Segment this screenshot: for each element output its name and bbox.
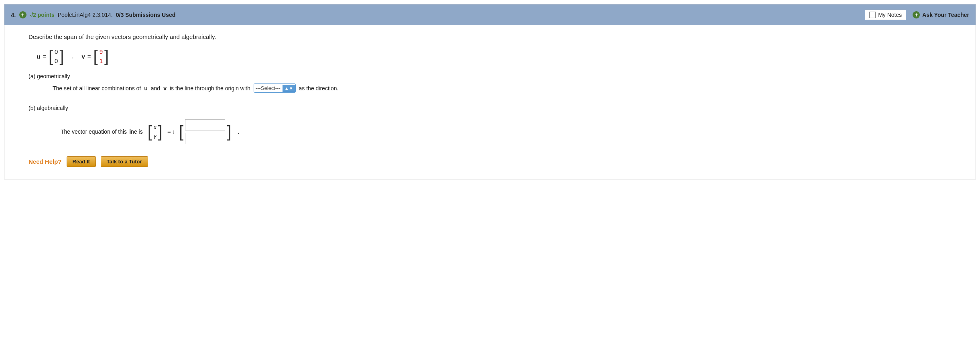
part-b-label: (b) algebraically [28,105,964,111]
question-body: Describe the span of the given vectors g… [4,25,976,179]
part-a-text1: The set of all linear combinations of [53,85,141,92]
select-chevron-icon: ▲▼ [283,85,295,92]
part-a-v: v [163,85,167,92]
input-bracket-left: [ [179,124,183,140]
x-value: x [154,124,157,130]
v-val2: 1 [100,57,103,65]
u-val2: 0 [55,57,58,65]
problem-id: PooleLinAlg4 2.3.014. [58,12,113,18]
v-equals: = [87,53,91,60]
u-bracket-left: [ [49,48,53,64]
vector-u-expr: u = [ 0 0 ] [37,47,64,65]
part-a-text2: and [151,85,160,92]
xy-bracket-right: ] [158,124,163,140]
part-a-label: (a) geometrically [28,73,964,79]
v-bracket-left: [ [94,48,98,64]
input-bracket-right: ] [227,124,231,140]
plus-icon: + [19,11,26,18]
comma-separator: , [72,53,74,59]
direction-select[interactable]: ---Select--- u v u+v u-v [254,84,283,92]
vector-v-expr: v = [ 9 1 ] [81,47,109,65]
y-value: y [154,133,157,139]
v-bracket-right: ] [104,48,109,64]
talk-to-tutor-button[interactable]: Talk to a Tutor [101,156,148,167]
v-val1: 9 [100,47,103,56]
u-values: 0 0 [55,47,58,65]
header-left: 4. + -/2 points PooleLinAlg4 2.3.014. 0/… [11,11,175,18]
need-help-label: Need Help? [28,158,62,165]
v-values: 9 1 [100,47,103,65]
points-text: -/2 points [30,12,55,18]
part-b-section: (b) algebraically The vector equation of… [28,105,964,144]
question-container: 4. + -/2 points PooleLinAlg4 2.3.014. 0/… [4,4,976,179]
input-matrix: [ ] [179,119,231,144]
vector-u-label: u [37,53,40,60]
xy-values: x y [154,124,157,139]
part-a-text4: as the direction. [299,85,339,92]
ask-plus-icon: + [913,11,920,18]
submissions-used: 0/3 Submissions Used [116,12,176,18]
v-matrix: [ 9 1 ] [94,47,109,65]
my-notes-label: My Notes [878,12,902,18]
xy-bracket-left: [ [148,124,152,140]
direction-select-wrapper[interactable]: ---Select--- u v u+v u-v ▲▼ [254,83,296,93]
question-header: 4. + -/2 points PooleLinAlg4 2.3.014. 0/… [4,4,976,25]
notes-icon [869,12,876,18]
part-a-u: u [144,85,148,92]
ask-teacher-button[interactable]: + Ask Your Teacher [913,11,969,18]
part-a-content: The set of all linear combinations of u … [53,83,964,93]
vector-equation: The vector equation of this line is [ x … [61,119,964,144]
question-number: 4. [11,12,16,18]
xy-matrix: [ x y ] [148,124,163,140]
question-description: Describe the span of the given vectors g… [28,33,964,40]
part-a-text3: is the line through the origin with [170,85,250,92]
u-matrix: [ 0 0 ] [49,47,64,65]
period: . [238,128,240,136]
read-it-button[interactable]: Read It [67,156,96,167]
vector-v-label: v [81,53,85,60]
need-help-section: Need Help? Read It Talk to a Tutor [28,156,964,167]
input-values [185,119,225,144]
matrix-input-bottom[interactable] [185,133,225,144]
my-notes-button[interactable]: My Notes [865,10,906,20]
u-equals: = [43,53,46,60]
ask-teacher-label: Ask Your Teacher [922,12,969,18]
header-right: My Notes + Ask Your Teacher [865,10,969,20]
part-b-text: The vector equation of this line is [61,128,143,135]
equals-t-text: = t [167,128,174,135]
vectors-display: u = [ 0 0 ] , v = [ 9 [37,47,964,65]
u-val1: 0 [55,47,58,56]
u-bracket-right: ] [59,48,64,64]
matrix-input-top[interactable] [185,119,225,130]
